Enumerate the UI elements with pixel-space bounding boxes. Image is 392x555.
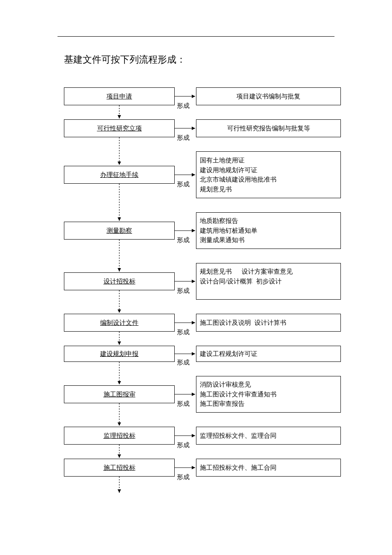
output-line: 建设工程规划许可证 <box>200 349 257 359</box>
step-label: 施工图报审 <box>104 390 135 399</box>
output-line: 北京市城镇建设用地批准书 <box>200 175 277 185</box>
output-box: 消防设计审核意见施工图设计文件审查通知书施工图审查报告 <box>196 376 341 413</box>
arrow-right-icon <box>175 320 196 325</box>
step-box: 设计招投标 <box>64 272 175 290</box>
step-label: 监理招投标 <box>104 431 135 441</box>
output-line <box>200 286 202 296</box>
output-line: 国有土地使用证 <box>200 156 245 165</box>
arrow-down-icon <box>117 184 122 222</box>
output-line: 项目建议书编制与批复 <box>236 92 300 101</box>
arrow-right-icon <box>175 228 196 233</box>
output-line: 地质勘察报告 <box>200 216 238 226</box>
arrow-down-icon <box>117 477 122 494</box>
output-line: 施工图设计文件审查通知书 <box>200 390 277 399</box>
output-line: 施工招投标文件、施工合同 <box>200 463 277 473</box>
arrow-down-icon <box>117 445 122 459</box>
step-label: 办理征地手续 <box>100 170 138 180</box>
step-box: 编制设计文件 <box>64 314 175 332</box>
step-box: 施工图报审 <box>64 385 175 403</box>
step-box: 可行性研究立项 <box>64 119 175 137</box>
connector-label: 形成 <box>177 134 190 142</box>
step-label: 施工招投标 <box>104 463 135 473</box>
output-box: 施工招投标文件、施工合同 <box>196 459 341 477</box>
page-title: 基建文件可按下列流程形成： <box>64 53 186 66</box>
page-top-border <box>58 36 334 37</box>
step-label: 项目申请 <box>107 92 132 101</box>
connector-label: 形成 <box>177 328 190 336</box>
output-box: 规划意见书 设计方案审查意见设计合同/设计概算 初步设计 <box>196 263 341 300</box>
connector-label: 形成 <box>177 400 190 408</box>
output-line: 规划意见书 设计方案审查意见 <box>200 267 293 277</box>
step-label: 测量勘察 <box>107 226 132 236</box>
step-label: 编制设计文件 <box>100 318 138 328</box>
connector-label: 形成 <box>177 102 190 110</box>
step-label: 建设规划申报 <box>100 349 138 359</box>
arrow-right-icon <box>175 392 196 397</box>
output-line: 施工图设计及说明 设计计算书 <box>200 318 286 328</box>
output-box: 项目建议书编制与批复 <box>196 87 341 105</box>
step-box: 建设规划申报 <box>64 346 175 362</box>
output-line: 施工图审查报告 <box>200 399 245 409</box>
output-line: 测量成果通知书 <box>200 235 245 245</box>
step-label: 设计招投标 <box>104 277 135 286</box>
output-box: 国有土地使用证建设用地规划许可证北京市城镇建设用地批准书规划意见书 <box>196 151 341 198</box>
arrow-right-icon <box>175 465 196 470</box>
step-box: 施工招投标 <box>64 459 175 477</box>
arrow-down-icon <box>117 137 122 166</box>
output-line: 监理招投标文件、监理合同 <box>200 431 277 441</box>
connector-label: 形成 <box>177 441 190 449</box>
output-box: 可行性研究报告编制与批复等 <box>196 119 341 137</box>
connector-label: 形成 <box>177 180 190 188</box>
arrow-down-icon <box>117 290 122 314</box>
output-box: 监理招投标文件、监理合同 <box>196 427 341 445</box>
arrow-right-icon <box>175 351 196 356</box>
arrow-down-icon <box>117 105 122 119</box>
step-box: 项目申请 <box>64 87 175 105</box>
output-box: 地质勘察报告建筑用地钉桩通知单测量成果通知书 <box>196 212 341 249</box>
output-line: 建筑用地钉桩通知单 <box>200 226 257 236</box>
output-box: 建设工程规划许可证 <box>196 346 341 362</box>
output-line: 设计合同/设计概算 初步设计 <box>200 277 282 286</box>
step-box: 监理招投标 <box>64 427 175 445</box>
arrow-down-icon <box>117 240 122 272</box>
arrow-right-icon <box>175 433 196 438</box>
output-box: 施工图设计及说明 设计计算书 <box>196 314 341 332</box>
step-box: 测量勘察 <box>64 222 175 240</box>
connector-label: 形成 <box>177 287 190 295</box>
arrow-down-icon <box>117 403 122 427</box>
arrow-down-icon <box>117 362 122 385</box>
arrow-right-icon <box>175 279 196 284</box>
output-line: 消防设计审核意见 <box>200 380 251 390</box>
connector-label: 形成 <box>177 236 190 244</box>
arrow-right-icon <box>175 126 196 131</box>
step-label: 可行性研究立项 <box>97 124 142 133</box>
step-box: 办理征地手续 <box>64 166 175 184</box>
arrow-right-icon <box>175 172 196 177</box>
arrow-right-icon <box>175 94 196 99</box>
connector-label: 形成 <box>177 358 190 367</box>
arrow-down-icon <box>117 332 122 346</box>
output-line: 规划意见书 <box>200 185 232 194</box>
output-line: 可行性研究报告编制与批复等 <box>227 124 310 133</box>
connector-label: 形成 <box>177 473 190 481</box>
output-line: 建设用地规划许可证 <box>200 165 257 175</box>
